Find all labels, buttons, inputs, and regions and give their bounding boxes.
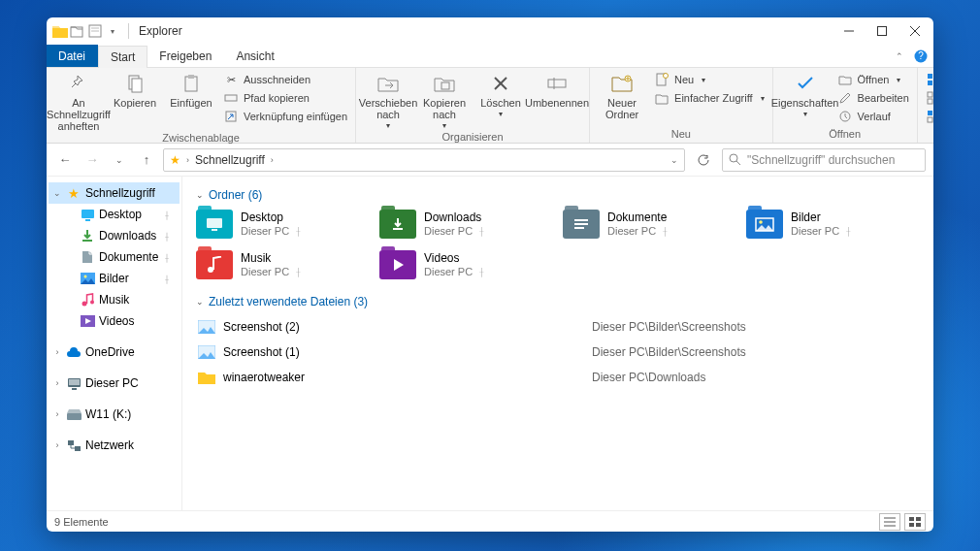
properties-icon[interactable]: [87, 23, 103, 39]
new-item-icon: [654, 72, 670, 87]
svg-rect-33: [928, 111, 932, 115]
new-folder-button[interactable]: Neuer Ordner: [596, 70, 648, 120]
open-icon: [837, 72, 853, 87]
content-pane: ⌄ Ordner (6) DesktopDieser PC⟊DownloadsD…: [182, 177, 933, 510]
copy-path-button[interactable]: Pfad kopieren: [221, 89, 349, 107]
folder-item[interactable]: DesktopDieser PC⟊: [196, 210, 370, 239]
pin-icon: ⟊: [478, 266, 485, 278]
svg-rect-48: [72, 388, 77, 390]
back-button[interactable]: ←: [54, 149, 76, 171]
properties-button[interactable]: Eigenschaften▾: [779, 70, 832, 119]
chevron-right-icon[interactable]: ›: [271, 155, 274, 165]
file-item[interactable]: winaerotweakerDieser PC\Downloads: [196, 367, 920, 388]
select-all-button[interactable]: Alles auswählen: [924, 71, 933, 88]
sidebar-item-schnellzugriff[interactable]: ⌄★Schnellzugriff: [49, 182, 180, 204]
expand-icon[interactable]: ›: [52, 378, 62, 388]
svg-rect-52: [207, 218, 222, 228]
explorer-icon: [52, 23, 68, 39]
icons-view-button[interactable]: [904, 513, 926, 531]
details-view-button[interactable]: [879, 513, 900, 531]
path-icon: [223, 90, 239, 106]
expand-icon[interactable]: ›: [52, 440, 62, 450]
sidebar-item-desktop[interactable]: Desktop⟊: [49, 204, 180, 225]
ribbon-group-open: Eigenschaften▾ Öffnen▾ Bearbeiten Verlau…: [773, 68, 918, 143]
expand-icon[interactable]: ›: [52, 409, 62, 419]
new-folder-icon: [610, 72, 634, 95]
address-segment[interactable]: ›: [186, 155, 189, 165]
sidebar-item-bilder[interactable]: Bilder⟊: [49, 268, 180, 289]
folder-item[interactable]: MusikDieser PC⟊: [196, 250, 370, 279]
pin-button[interactable]: An Schnellzugriff anheften: [52, 70, 105, 132]
svg-rect-14: [225, 95, 237, 101]
expand-icon[interactable]: ›: [52, 347, 62, 357]
files-group-header[interactable]: ⌄ Zuletzt verwendete Dateien (3): [196, 295, 920, 308]
sidebar-item-onedrive[interactable]: ›OneDrive: [49, 341, 180, 363]
search-input[interactable]: "Schnellzugriff" durchsuchen: [722, 148, 926, 172]
folders-group-header[interactable]: ⌄ Ordner (6): [196, 188, 920, 202]
paste-shortcut-button[interactable]: Verknüpfung einfügen: [221, 108, 349, 125]
chevron-down-icon[interactable]: ⌄: [670, 155, 678, 165]
refresh-button[interactable]: [691, 148, 716, 172]
easy-access-button[interactable]: Einfacher Zugriff▾: [652, 89, 767, 107]
chevron-down-icon[interactable]: ▾: [105, 23, 120, 39]
file-item[interactable]: Screenshot (2)Dieser PC\Bilder\Screensho…: [196, 316, 920, 338]
pin-icon: ⟊: [478, 225, 485, 238]
folder-location: Dieser PC: [424, 266, 473, 278]
quick-access-toolbar: ▾: [49, 23, 124, 39]
rename-button[interactable]: Umbenennen: [531, 70, 583, 109]
close-button[interactable]: [898, 17, 931, 45]
tab-file[interactable]: Datei: [47, 45, 98, 67]
history-button[interactable]: Verlauf: [835, 108, 911, 125]
edit-button[interactable]: Bearbeiten: [835, 89, 911, 107]
tab-view[interactable]: Ansicht: [224, 45, 286, 67]
folder-item[interactable]: BilderDieser PC⟊: [746, 210, 920, 239]
delete-button[interactable]: Löschen▾: [474, 70, 527, 119]
folder-item[interactable]: DownloadsDieser PC⟊: [379, 210, 553, 239]
navigation-pane: ⌄★SchnellzugriffDesktop⟊Downloads⟊Dokume…: [47, 177, 182, 510]
open-button[interactable]: Öffnen▾: [835, 71, 911, 88]
up-button[interactable]: ↑: [136, 149, 157, 171]
new-folder-icon[interactable]: [70, 23, 85, 39]
recent-locations-button[interactable]: ⌄: [109, 149, 130, 171]
copy-to-button[interactable]: Kopieren nach▾: [418, 70, 471, 131]
svg-rect-27: [928, 81, 932, 85]
invert-selection-button[interactable]: Auswahl umkehren: [924, 108, 933, 125]
sidebar-item-netzwerk[interactable]: ›Netzwerk: [49, 435, 180, 456]
sidebar-item-dieser-pc[interactable]: ›Dieser PC: [49, 373, 180, 394]
collapse-ribbon-button[interactable]: ⌃: [891, 45, 908, 67]
expand-icon[interactable]: ⌄: [52, 188, 62, 198]
address-segment[interactable]: Schnellzugriff: [195, 153, 265, 167]
svg-rect-19: [548, 80, 566, 87]
sidebar-item-w11-k-[interactable]: ›W11 (K:): [49, 404, 180, 425]
file-item[interactable]: Screenshot (1)Dieser PC\Bilder\Screensho…: [196, 341, 920, 363]
copy-button[interactable]: Kopieren: [109, 70, 161, 109]
svg-rect-35: [928, 117, 932, 122]
sidebar-item-dokumente[interactable]: Dokumente⟊: [49, 246, 180, 268]
tab-start[interactable]: Start: [98, 46, 147, 68]
new-item-button[interactable]: Neu▾: [652, 71, 767, 88]
select-none-button[interactable]: Nichts auswählen: [924, 89, 933, 107]
pin-icon: ⟊: [164, 252, 170, 263]
folder-item[interactable]: VideosDieser PC⟊: [379, 250, 553, 279]
address-bar[interactable]: ★ › Schnellzugriff › ⌄: [163, 148, 685, 172]
folder-item[interactable]: DokumenteDieser PC⟊: [563, 210, 736, 239]
easy-access-icon: [654, 90, 670, 106]
svg-rect-53: [212, 229, 217, 231]
cut-button[interactable]: ✂Ausschneiden: [221, 71, 349, 88]
sidebar-item-downloads[interactable]: Downloads⟊: [49, 225, 180, 246]
file-name: Screenshot (2): [223, 320, 592, 334]
forward-button[interactable]: →: [82, 149, 103, 171]
desktop-icon: [80, 209, 95, 221]
image-icon: [196, 320, 217, 334]
tab-share[interactable]: Freigeben: [147, 45, 224, 67]
sidebar-item-musik[interactable]: Musik: [49, 289, 180, 310]
minimize-button[interactable]: [833, 17, 866, 45]
svg-rect-25: [928, 74, 932, 79]
maximize-button[interactable]: [866, 17, 898, 45]
move-to-button[interactable]: Verschieben nach▾: [362, 70, 414, 131]
sidebar-item-videos[interactable]: Videos: [49, 310, 180, 332]
paste-button[interactable]: Einfügen: [165, 70, 217, 109]
sidebar-item-label: Desktop: [99, 208, 142, 221]
ribbon-group-clipboard: An Schnellzugriff anheften Kopieren Einf…: [47, 68, 356, 143]
help-button[interactable]: ?: [908, 45, 933, 67]
